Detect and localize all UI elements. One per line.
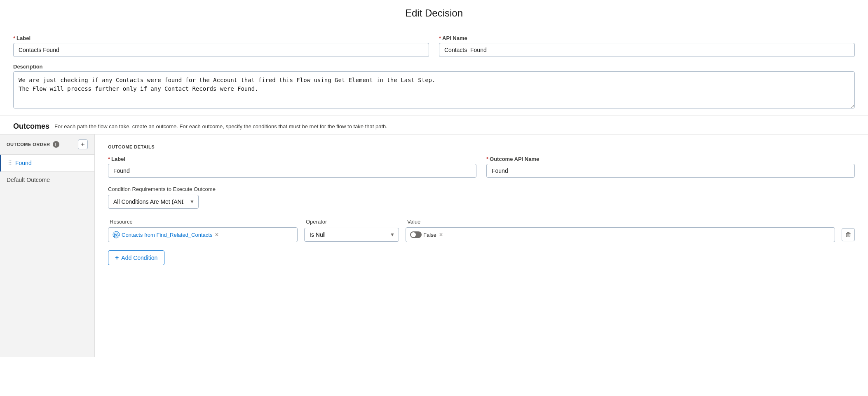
outcome-order-label: OUTCOME ORDER (7, 142, 50, 147)
api-name-field-label: *API Name (439, 35, 855, 41)
value-col-label: Value (407, 219, 855, 225)
outcome-order-header: OUTCOME ORDER i + (0, 134, 94, 155)
outcome-item-found[interactable]: ⠿ Found (0, 155, 94, 172)
svg-text:{x}: {x} (114, 233, 119, 237)
condition-req-select[interactable]: All Conditions Are Met (AND) Any Conditi… (108, 195, 199, 209)
description-group: Description (13, 64, 855, 108)
outcome-label-field-label: *Label (108, 156, 476, 162)
resource-icon: {x} (113, 231, 120, 238)
outcomes-title: Outcomes (13, 122, 49, 131)
svg-rect-5 (847, 232, 849, 233)
outcome-label-api-row: *Label *Outcome API Name (108, 156, 855, 178)
description-label: Description (13, 64, 855, 70)
delete-condition-button[interactable] (842, 228, 855, 241)
outcomes-header: Outcomes For each path the flow can take… (0, 115, 868, 134)
info-icon[interactable]: i (53, 141, 59, 148)
label-field-label: *Label (13, 35, 429, 41)
label-group: *Label (13, 35, 429, 57)
outcome-label-required-star: * (108, 156, 110, 162)
outcome-item-default-label: Default Outcome (7, 177, 50, 183)
toggle-icon (410, 231, 422, 238)
outcome-item-found-label: Found (15, 160, 32, 166)
outcome-label-group: *Label (108, 156, 476, 178)
label-api-row: *Label *API Name (13, 35, 855, 57)
outcome-sidebar: OUTCOME ORDER i + ⠿ Found Default Outcom… (0, 134, 95, 357)
value-chip: False ✕ (410, 231, 443, 238)
condition-row: {x} Contacts from Find_Related_Contacts … (108, 227, 855, 242)
condition-req-select-wrapper: All Conditions Are Met (AND) Any Conditi… (108, 195, 199, 209)
outcome-api-name-input[interactable] (486, 164, 855, 178)
conditions-table: Resource Operator Value {x} Contacts fro… (108, 219, 855, 242)
add-condition-label: Add Condition (121, 255, 157, 261)
outcome-item-default[interactable]: Default Outcome (0, 172, 94, 188)
add-condition-plus-icon: + (115, 254, 119, 262)
operator-select[interactable]: Is Null Is Not Null Equals Does Not Equa… (304, 228, 399, 242)
api-name-input[interactable] (439, 43, 855, 57)
outcome-label-input[interactable] (108, 164, 476, 178)
operator-col-label: Operator (306, 219, 401, 225)
api-name-group: *API Name (439, 35, 855, 57)
api-name-required-star: * (439, 35, 441, 41)
resource-chip-text: Contacts from Find_Related_Contacts (122, 232, 212, 238)
drag-handle-found: ⠿ (8, 160, 12, 166)
outcome-api-name-group: *Outcome API Name (486, 156, 855, 178)
value-chip-text: False (423, 232, 436, 238)
add-condition-button[interactable]: + Add Condition (108, 250, 164, 265)
label-required-star: * (13, 35, 15, 41)
outcome-details: OUTCOME DETAILS *Label *Outcome API Name… (95, 134, 868, 357)
resource-input-box[interactable]: {x} Contacts from Find_Related_Contacts … (108, 227, 298, 242)
outcome-api-name-field-label: *Outcome API Name (486, 156, 855, 162)
label-input[interactable] (13, 43, 429, 57)
page-title: Edit Decision (0, 7, 868, 19)
condition-req-label: Condition Requirements to Execute Outcom… (108, 186, 855, 192)
resource-chip: {x} Contacts from Find_Related_Contacts … (113, 231, 219, 238)
condition-cols-header: Resource Operator Value (108, 219, 855, 225)
svg-point-3 (411, 232, 416, 237)
description-textarea[interactable] (13, 71, 855, 108)
condition-req-section: Condition Requirements to Execute Outcom… (108, 186, 855, 209)
add-outcome-button[interactable]: + (78, 139, 88, 149)
resource-col-label: Resource (110, 219, 299, 225)
outcomes-body: OUTCOME ORDER i + ⠿ Found Default Outcom… (0, 134, 868, 357)
value-chip-close[interactable]: ✕ (439, 232, 443, 238)
outcomes-desc: For each path the flow can take, create … (54, 123, 387, 130)
value-input-box[interactable]: False ✕ (406, 227, 835, 242)
outcome-details-title: OUTCOME DETAILS (108, 144, 855, 149)
resource-chip-close[interactable]: ✕ (215, 232, 219, 238)
page-header: Edit Decision (0, 0, 868, 25)
operator-select-wrapper: Is Null Is Not Null Equals Does Not Equa… (304, 228, 399, 242)
outcome-api-name-required-star: * (486, 156, 488, 162)
form-section: *Label *API Name Description (0, 25, 868, 108)
